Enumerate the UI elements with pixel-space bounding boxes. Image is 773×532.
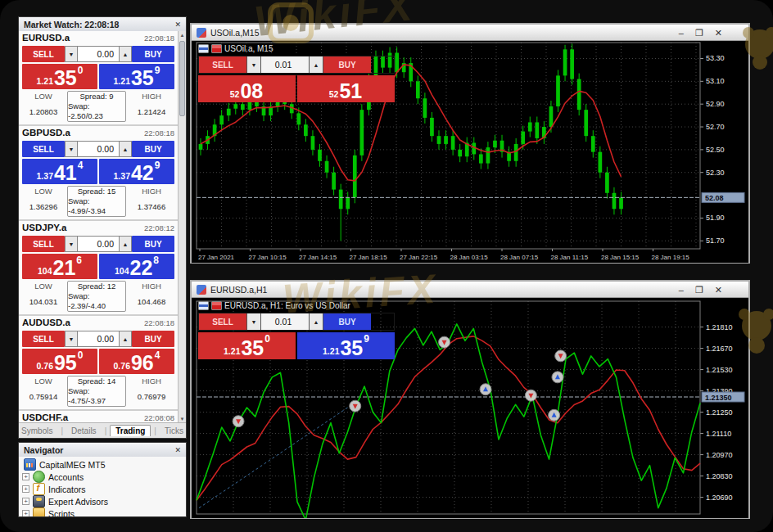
tab-symbols[interactable]: Symbols	[18, 426, 57, 436]
sidebar-item-expert-advisors[interactable]: +Expert Advisors	[19, 495, 186, 507]
tab-details[interactable]: Details	[66, 426, 102, 436]
instrument-icon	[211, 44, 222, 53]
eurusd-titlebar[interactable]: EURUSD.a,H1 – ❐ ✕	[192, 282, 748, 298]
navigator-header[interactable]: Navigator ✕	[19, 443, 186, 458]
volume-up-stepper[interactable]: ▲	[309, 313, 323, 330]
svg-text:1.20690: 1.20690	[706, 494, 733, 502]
buy-trade-marker	[552, 372, 563, 383]
maximize-icon[interactable]: ❐	[695, 28, 703, 38]
sell-quote-button[interactable]: 0.76 95 0	[22, 349, 97, 374]
buy-quote-button[interactable]: 0.76 96 4	[99, 349, 174, 374]
volume-down-stepper[interactable]: ▼	[65, 236, 78, 252]
sidebar-item-capitalmeg-mt5[interactable]: CapitalMEG MT5	[19, 458, 186, 471]
buy-quote-button[interactable]: 104 22 8	[99, 254, 174, 279]
volume-field[interactable]: 0.01	[261, 313, 309, 330]
volume-up-stepper[interactable]: ▲	[119, 331, 132, 347]
high-value: 1.37466	[129, 202, 174, 218]
sell-quote-button[interactable]: 52 08	[198, 75, 296, 102]
buy-price-main: 51	[339, 81, 362, 101]
volume-down-stepper[interactable]: ▼	[65, 46, 78, 62]
close-icon[interactable]: ✕	[715, 28, 722, 38]
spread-box: Spread: 15 Swap: -4.99/-3.94	[67, 186, 126, 217]
volume-down-stepper[interactable]: ▼	[65, 331, 78, 347]
volume-down-stepper[interactable]: ▼	[65, 141, 78, 157]
sell-quote-button[interactable]: 1.21 35 0	[22, 64, 97, 89]
terminal-icon	[24, 458, 36, 471]
symbol-name[interactable]: USDCHF.a	[22, 413, 68, 422]
chart-window-eurusd: EURUSD.a,H1 – ❐ ✕ 1.218101.216701.215301…	[190, 280, 750, 519]
buy-button[interactable]: BUY	[132, 236, 174, 252]
svg-text:28 Jan 11:15: 28 Jan 11:15	[551, 254, 589, 261]
volume-field[interactable]: 0.00	[78, 331, 119, 347]
svg-text:53.10: 53.10	[706, 77, 725, 85]
buy-quote-button[interactable]: 1.21 35 9	[297, 332, 395, 359]
sell-button[interactable]: SELL	[22, 141, 65, 157]
sell-button[interactable]: SELL	[22, 46, 65, 62]
high-value: 0.76979	[129, 392, 174, 408]
low-value: 0.75914	[22, 392, 65, 408]
buy-quote-button[interactable]: 1.21 35 9	[99, 64, 174, 89]
expand-icon[interactable]: +	[22, 510, 29, 517]
sidebar-item-accounts[interactable]: +Accounts	[19, 471, 186, 483]
volume-field[interactable]: 0.00	[78, 236, 119, 252]
minimize-icon[interactable]: –	[679, 285, 684, 295]
volume-down-stepper[interactable]: ▼	[246, 56, 261, 73]
maximize-icon[interactable]: ❐	[695, 285, 703, 295]
sell-button[interactable]: SELL	[22, 236, 65, 252]
expand-icon[interactable]: +	[22, 485, 29, 493]
buy-quote-button[interactable]: 52 51	[297, 75, 395, 102]
volume-up-stepper[interactable]: ▲	[309, 56, 323, 73]
low-value: 1.36296	[22, 202, 65, 218]
buy-button[interactable]: BUY	[132, 141, 174, 157]
market-watch-scrollbar[interactable]: ▲ ▼	[178, 31, 186, 423]
sell-price-pip: 0	[264, 333, 270, 345]
tab-trading[interactable]: Trading	[110, 425, 151, 436]
sell-quote-button[interactable]: 1.37 41 4	[22, 159, 97, 184]
app-frame: WikiFX WikiFX Market Watch: 22:08:18 ✕ E…	[0, 0, 773, 532]
expand-icon[interactable]: +	[22, 498, 29, 505]
close-icon[interactable]: ✕	[173, 20, 183, 29]
sell-button[interactable]: SELL	[22, 331, 65, 347]
spread-box: Spread: 14 Swap: -4.75/-3.97	[67, 376, 126, 407]
symbol-name[interactable]: GBPUSD.a	[22, 128, 70, 138]
volume-up-stepper[interactable]: ▲	[119, 141, 132, 157]
sell-button[interactable]: SELL	[199, 56, 246, 73]
buy-price-prefix: 1.21	[114, 76, 130, 86]
close-icon[interactable]: ✕	[715, 285, 722, 295]
buy-button[interactable]: BUY	[132, 331, 174, 347]
buy-quote-button[interactable]: 1.37 42 9	[99, 159, 174, 184]
volume-down-stepper[interactable]: ▼	[246, 313, 261, 330]
svg-text:27 Jan 2021: 27 Jan 2021	[198, 254, 235, 261]
sell-price-prefix: 0.76	[37, 361, 53, 371]
expand-icon[interactable]: +	[22, 473, 29, 480]
scroll-up-icon[interactable]: ▲	[179, 31, 186, 39]
usoil-window-title: USOil.a,M15	[210, 28, 675, 38]
minimize-icon[interactable]: –	[679, 28, 684, 38]
market-watch-header[interactable]: Market Watch: 22:08:18 ✕	[19, 17, 186, 32]
volume-up-stepper[interactable]: ▲	[119, 236, 132, 252]
sidebar-item-indicators[interactable]: +Indicators	[19, 483, 186, 495]
experts-icon	[33, 495, 45, 507]
swap-value: Swap: -4.75/-3.97	[68, 386, 125, 406]
navigator-tree: CapitalMEG MT5+Accounts+Indicators+Exper…	[19, 457, 186, 516]
volume-up-stepper[interactable]: ▲	[119, 46, 132, 62]
volume-field[interactable]: 0.01	[261, 56, 309, 73]
close-icon[interactable]: ✕	[173, 446, 183, 454]
sidebar-item-scripts[interactable]: +Scripts	[19, 507, 186, 517]
symbol-name[interactable]: USDJPY.a	[22, 223, 66, 232]
sell-quote-button[interactable]: 1.21 35 0	[198, 332, 296, 359]
buy-button[interactable]: BUY	[323, 56, 371, 73]
symbol-name[interactable]: EURUSD.a	[22, 33, 70, 43]
symbol-name[interactable]: AUDUSD.a	[22, 318, 70, 327]
buy-button[interactable]: BUY	[323, 313, 371, 330]
buy-button[interactable]: BUY	[132, 46, 174, 62]
usoil-titlebar[interactable]: USOil.a,M15 – ❐ ✕	[192, 25, 748, 41]
market-watch-tile: USDCHF.a 22:08:08 SELL ▼ 0.00 ▲ BUY 0.88…	[19, 411, 178, 423]
tab-ticks[interactable]: Ticks	[160, 426, 187, 436]
volume-field[interactable]: 0.00	[78, 46, 119, 62]
scrollbar-thumb[interactable]	[179, 41, 185, 116]
sell-button[interactable]: SELL	[199, 313, 246, 330]
volume-field[interactable]: 0.00	[78, 141, 119, 157]
sell-quote-button[interactable]: 104 21 6	[22, 254, 97, 279]
usoil-chart-area: 53.3053.1052.9052.7052.5052.3051.9051.70…	[192, 41, 748, 263]
